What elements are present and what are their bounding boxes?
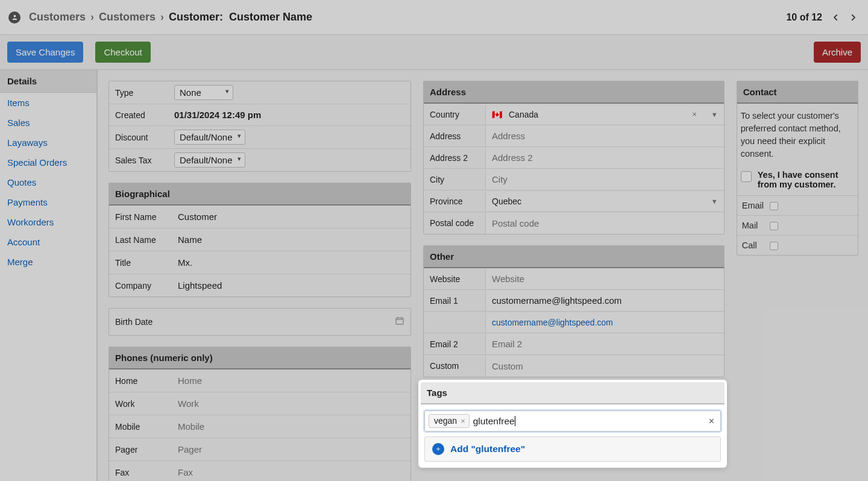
- tags-panel: Tags vegan × glutenfree​ × Add "glutenfr…: [418, 380, 727, 468]
- created-label: Created: [109, 105, 169, 125]
- address-label: Address: [424, 127, 485, 146]
- sidebar-item-account[interactable]: Account: [0, 232, 96, 252]
- address-input[interactable]: [485, 125, 724, 146]
- discount-label: Discount: [109, 128, 169, 147]
- address2-input[interactable]: [485, 147, 724, 168]
- save-button[interactable]: Save Changes: [7, 42, 83, 63]
- phone-fax-input[interactable]: [174, 465, 406, 480]
- firstname-input[interactable]: [174, 209, 406, 224]
- company-label: Company: [109, 276, 169, 295]
- city-label: City: [424, 170, 485, 189]
- city-input[interactable]: [485, 169, 724, 190]
- tag-remove-icon[interactable]: ×: [461, 417, 465, 426]
- sidebar-item-layaways[interactable]: Layaways: [0, 133, 96, 152]
- country-label: Country: [424, 105, 485, 124]
- website-label: Website: [424, 269, 485, 289]
- birthdate-label: Birth Date: [115, 317, 153, 327]
- postal-label: Postal code: [424, 213, 485, 233]
- lastname-label: Last Name: [109, 230, 169, 250]
- clear-country-icon[interactable]: ×: [690, 110, 699, 119]
- address-header: Address: [424, 81, 724, 104]
- sidebar-item-quotes[interactable]: Quotes: [0, 172, 96, 192]
- svg-rect-1: [396, 318, 403, 324]
- tag-chip-vegan[interactable]: vegan ×: [429, 414, 470, 428]
- record-counter: 10 of 12: [786, 12, 822, 23]
- salestax-select[interactable]: Default/None: [174, 152, 245, 168]
- prev-button[interactable]: [829, 11, 843, 24]
- lastname-input[interactable]: [174, 232, 406, 247]
- phone-home-input[interactable]: [174, 373, 406, 388]
- postal-input[interactable]: [485, 213, 724, 234]
- address-panel: Address Country 🇨🇦 Canada × ▼ Addr: [423, 81, 725, 234]
- svg-point-0: [13, 15, 16, 17]
- consent-label: Yes, I have consent from my customer.: [758, 170, 854, 189]
- email1-link[interactable]: customername@lightspeed.com: [492, 318, 613, 327]
- province-value: Quebec: [492, 196, 521, 206]
- tags-input[interactable]: vegan × glutenfree​ ×: [424, 410, 721, 432]
- sidebar-item-payments[interactable]: Payments: [0, 192, 96, 212]
- tag-chip-label: vegan: [434, 416, 457, 426]
- country-select[interactable]: 🇨🇦 Canada × ▼: [485, 105, 724, 124]
- sidebar-item-sales[interactable]: Sales: [0, 113, 96, 133]
- sidebar: Details Items Sales Layaways Special Ord…: [0, 70, 98, 481]
- province-label: Province: [424, 192, 485, 211]
- contact-panel: Contact To select your customer's prefer…: [737, 81, 858, 256]
- contact-header: Contact: [737, 81, 858, 104]
- tags-header: Tags: [421, 382, 725, 404]
- firstname-label: First Name: [109, 207, 169, 227]
- email1-input[interactable]: [485, 290, 724, 311]
- discount-select[interactable]: Default/None: [174, 130, 245, 145]
- sidebar-item-special-orders[interactable]: Special Orders: [0, 152, 96, 172]
- chevron-down-icon: ▼: [711, 198, 718, 205]
- next-button[interactable]: [846, 11, 860, 24]
- province-select[interactable]: Quebec ▼: [485, 192, 724, 211]
- crumb-customer-name: Customer Name: [229, 11, 312, 23]
- checkout-button[interactable]: Checkout: [95, 42, 150, 63]
- calendar-icon[interactable]: [395, 316, 404, 328]
- archive-button[interactable]: Archive: [814, 42, 861, 63]
- contact-mail-checkbox[interactable]: [770, 222, 778, 230]
- crumb-current: Customer: Customer Name: [169, 11, 312, 24]
- customers-icon: [8, 11, 20, 24]
- tag-typing-text: glutenfree​: [473, 416, 515, 427]
- contact-call-label: Call: [742, 241, 770, 250]
- phones-panel: Phones (numeric only) Home Work Mobile P…: [108, 347, 411, 481]
- phone-work-label: Work: [109, 394, 169, 413]
- contact-call-checkbox[interactable]: [770, 242, 778, 250]
- sidebar-item-workorders[interactable]: Workorders: [0, 212, 96, 232]
- website-input[interactable]: [485, 268, 724, 289]
- crumb-second[interactable]: Customers: [99, 11, 156, 24]
- type-select[interactable]: None: [174, 85, 233, 100]
- tag-suggest-label: Add "glutenfree": [450, 444, 525, 454]
- salestax-label: Sales Tax: [109, 151, 169, 170]
- phone-pager-label: Pager: [109, 440, 169, 459]
- other-panel: Other Website Email 1 customername@light…: [423, 245, 725, 377]
- details-panel: Type None Created 01/31/2024 12:49 pm Di…: [108, 81, 411, 172]
- phone-pager-input[interactable]: [174, 442, 406, 457]
- sidebar-item-merge[interactable]: Merge: [0, 252, 96, 272]
- title-input[interactable]: [174, 255, 406, 270]
- biographical-header: Biographical: [109, 183, 410, 206]
- action-bar: Save Changes Checkout Archive: [0, 35, 868, 70]
- chevron-right-icon: ›: [160, 11, 164, 24]
- contact-info-text: To select your customer's preferred cont…: [737, 104, 858, 166]
- email1-label: Email 1: [424, 291, 485, 310]
- contact-mail-label: Mail: [742, 221, 770, 230]
- custom-input[interactable]: [485, 356, 724, 377]
- biographical-panel: Biographical First Name Last Name Title …: [108, 183, 411, 297]
- email2-label: Email 2: [424, 335, 485, 354]
- created-value: 01/31/2024 12:49 pm: [174, 110, 261, 120]
- crumb-root[interactable]: Customers: [29, 11, 86, 24]
- tag-add-suggestion[interactable]: Add "glutenfree": [424, 436, 721, 462]
- sidebar-header-details: Details: [0, 70, 96, 93]
- address2-label: Address 2: [424, 148, 485, 168]
- phone-work-input[interactable]: [174, 396, 406, 411]
- company-input[interactable]: [174, 278, 406, 293]
- tags-clear-icon[interactable]: ×: [708, 416, 715, 427]
- consent-checkbox[interactable]: [741, 171, 752, 182]
- phone-mobile-input[interactable]: [174, 419, 406, 434]
- contact-email-checkbox[interactable]: [770, 202, 778, 210]
- email2-input[interactable]: [485, 333, 724, 354]
- sidebar-item-items[interactable]: Items: [0, 93, 96, 113]
- contact-email-label: Email: [742, 201, 770, 210]
